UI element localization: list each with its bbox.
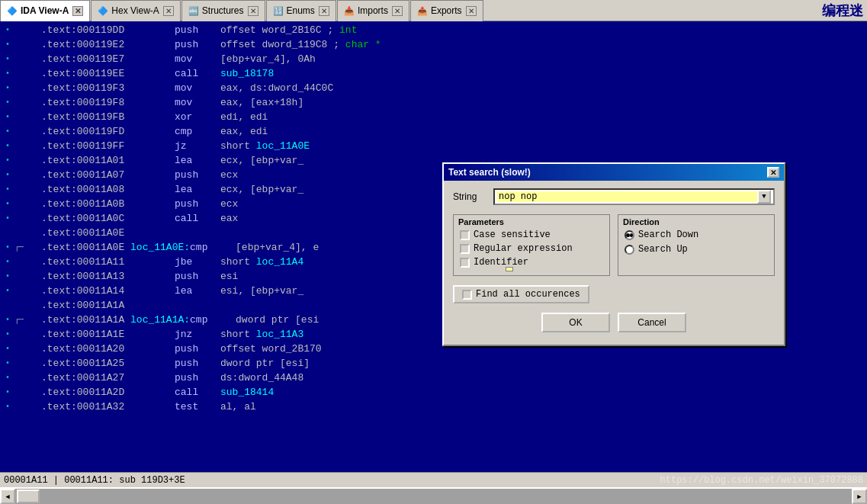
table-row: • .text:000119EE call sub_18178 bbox=[0, 66, 867, 81]
tab-structures[interactable]: 🔤 Structures ✕ bbox=[181, 0, 265, 21]
table-row: • .text:000119E7 mov [ebp+var_4], 0Ah bbox=[0, 52, 867, 66]
case-sensitive-row: Case sensitive bbox=[460, 230, 603, 240]
search-down-row: Search Down bbox=[625, 230, 768, 240]
table-row: • .text:000119E2 push offset dword_119C8… bbox=[0, 37, 867, 52]
string-row: String nop nop ▼ bbox=[453, 188, 775, 205]
tab-exports[interactable]: 📤 Exports ✕ bbox=[410, 0, 483, 21]
tab-close-exports[interactable]: ✕ bbox=[466, 6, 477, 16]
struct-icon: 🔤 bbox=[188, 6, 199, 16]
watermark: https://blog.csdn.net/weixin_37072888 bbox=[660, 475, 863, 486]
button-row: OK Cancel bbox=[453, 313, 775, 337]
scroll-left-button[interactable]: ◀ bbox=[0, 489, 15, 504]
scroll-right-button[interactable]: ▶ bbox=[852, 489, 867, 504]
corner-branding: 编程迷 bbox=[822, 2, 863, 20]
direction-body: Search Down Search Up bbox=[618, 226, 774, 263]
dialog-body: String nop nop ▼ Parameters Cas bbox=[444, 181, 784, 345]
table-row: • .text:00011A2D call sub_18414 bbox=[0, 385, 867, 400]
tab-close-imports[interactable]: ✕ bbox=[392, 6, 403, 16]
scroll-thumb[interactable] bbox=[17, 490, 40, 503]
search-down-label: Search Down bbox=[638, 230, 698, 240]
table-row: • .text:00011A27 push ds:dword_44A48 bbox=[0, 371, 867, 385]
table-row: • .text:000119F3 mov eax, ds:dword_44C0C bbox=[0, 81, 867, 95]
text-search-dialog: Text search (slow!) ✕ String nop nop ▼ bbox=[442, 162, 785, 346]
tab-hex-view-a[interactable]: 🔷 Hex View-A ✕ bbox=[91, 0, 180, 21]
dialog-close-button[interactable]: ✕ bbox=[767, 167, 779, 178]
find-all-row: Find all occurences bbox=[453, 285, 775, 303]
regular-expression-label: Regular expression bbox=[474, 243, 573, 254]
identifier-checkbox[interactable] bbox=[460, 258, 470, 268]
tab-enums[interactable]: 🔢 Enums ✕ bbox=[266, 0, 336, 21]
parameters-direction-section: Parameters Case sensitive Regular expres… bbox=[453, 214, 775, 276]
search-up-radio[interactable] bbox=[625, 245, 634, 255]
parameters-body: Case sensitive Regular expression Identi… bbox=[454, 226, 609, 275]
tab-close-structures[interactable]: ✕ bbox=[248, 6, 258, 16]
tab-ida-view-a[interactable]: 🔷 IDA View-A ✕ bbox=[0, 0, 90, 21]
direction-title: Direction bbox=[618, 215, 774, 226]
table-row: • .text:000119FF jz short loc_11A0E bbox=[0, 139, 867, 153]
case-sensitive-checkbox[interactable] bbox=[460, 230, 470, 240]
status-text: 00001A11 | 00011A11: sub 119D3+3E bbox=[4, 475, 185, 486]
export-icon: 📤 bbox=[417, 6, 428, 16]
find-all-checkbox[interactable] bbox=[462, 290, 472, 300]
find-all-button[interactable]: Find all occurences bbox=[453, 285, 589, 303]
string-input-value: nop nop bbox=[497, 191, 757, 202]
regular-expression-checkbox[interactable] bbox=[460, 244, 470, 254]
ok-button[interactable]: OK bbox=[541, 313, 610, 332]
find-all-label: Find all occurences bbox=[476, 289, 580, 300]
string-dropdown-button[interactable]: ▼ bbox=[757, 190, 771, 204]
import-icon: 📥 bbox=[344, 6, 355, 16]
table-row: • .text:000119DD push offset word_2B16C … bbox=[0, 23, 867, 37]
tab-close-ida[interactable]: ✕ bbox=[72, 6, 83, 16]
ida-icon: 🔷 bbox=[7, 6, 18, 16]
table-row: • .text:000119F8 mov eax, [eax+18h] bbox=[0, 95, 867, 110]
identifier-row: Identifier bbox=[460, 257, 603, 268]
parameters-box: Parameters Case sensitive Regular expres… bbox=[453, 214, 610, 276]
table-row: • .text:000119FD cmp eax, edi bbox=[0, 124, 867, 139]
table-row: • .text:00011A32 test al, al bbox=[0, 400, 867, 414]
dialog-title: Text search (slow!) bbox=[448, 167, 531, 178]
table-row: • .text:00011A25 push dword ptr [esi] bbox=[0, 356, 867, 371]
cancel-button[interactable]: Cancel bbox=[618, 313, 686, 332]
identifier-label: Identifier bbox=[474, 257, 528, 268]
tab-imports[interactable]: 📥 Imports ✕ bbox=[337, 0, 409, 21]
hex-icon: 🔷 bbox=[98, 6, 108, 16]
main-content: • .text:000119DD push offset word_2B16C … bbox=[0, 21, 867, 504]
regular-expression-row: Regular expression bbox=[460, 243, 603, 254]
enum-icon: 🔢 bbox=[273, 6, 284, 16]
horizontal-scrollbar[interactable]: ◀ ▶ bbox=[0, 487, 867, 504]
scroll-track[interactable] bbox=[15, 489, 852, 504]
search-up-row: Search Up bbox=[625, 244, 768, 255]
search-up-label: Search Up bbox=[638, 244, 688, 255]
tab-close-hex[interactable]: ✕ bbox=[163, 6, 174, 16]
tab-bar: 🔷 IDA View-A ✕ 🔷 Hex View-A ✕ 🔤 Structur… bbox=[0, 0, 867, 21]
string-input-container[interactable]: nop nop ▼ bbox=[493, 188, 775, 205]
table-row: • .text:000119FB xor edi, edi bbox=[0, 110, 867, 124]
case-sensitive-label: Case sensitive bbox=[474, 230, 551, 240]
dialog-title-bar: Text search (slow!) ✕ bbox=[444, 164, 784, 181]
direction-box: Direction Search Down Search Up bbox=[618, 214, 775, 276]
search-down-radio[interactable] bbox=[625, 230, 634, 240]
parameters-title: Parameters bbox=[454, 215, 609, 226]
tab-close-enums[interactable]: ✕ bbox=[319, 6, 329, 16]
string-label: String bbox=[453, 191, 487, 202]
